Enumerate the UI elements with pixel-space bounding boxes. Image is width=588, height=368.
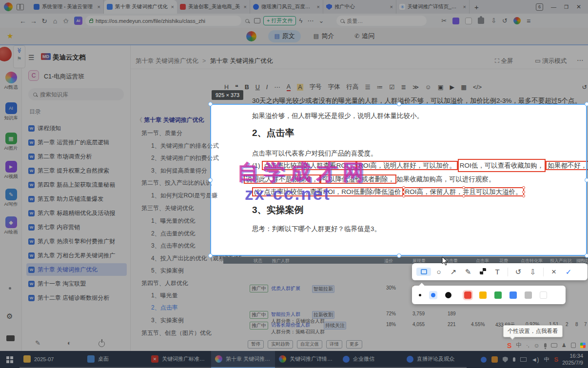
code-icon[interactable]: </> [473,84,482,91]
detail-button[interactable]: 详情 [326,340,342,349]
video-insert-icon[interactable]: ▶ [450,83,455,91]
stroke-small-dot[interactable] [419,294,421,296]
ellipse-tool[interactable]: ○ [431,268,446,276]
taskbar-clock[interactable]: 16:34 2025/7/9 [562,351,588,368]
pause-button[interactable]: 暂停 [248,340,264,349]
indent-icon[interactable]: ≫ [412,83,419,91]
download-icon[interactable]: ⇩ [491,17,496,24]
page-search-field[interactable] [336,16,427,26]
bold-icon[interactable]: B [245,84,249,91]
start-button[interactable] [0,351,20,368]
taskbar-item-spreadsheet[interactable]: ✕ 关键词推广标准计... [147,351,211,368]
sidebar-chapter[interactable]: W第九章 万相台无界关键词推广 [26,249,127,262]
browser-menu-logo-icon[interactable] [513,17,521,24]
annotation-handle[interactable] [522,191,525,194]
rectangle-tool[interactable] [416,268,431,276]
chevron-down-icon[interactable]: ⌄ [318,17,324,24]
color-blue[interactable] [510,291,517,299]
taskbar-item-chapter10[interactable]: 第十章 关键词推广... [211,351,275,368]
audience-name[interactable]: 访客长期价值人群 [271,322,310,329]
toc-item[interactable]: 1、关键词推广的排名公式 [151,142,219,150]
annotation-rect[interactable]: ROI低，可以查看收藏加购， [458,159,546,172]
sidebar-chapter[interactable]: W第六章 标题精细优化及活动报 [26,207,127,219]
underline-icon[interactable]: U [255,84,260,91]
selection-handle[interactable] [585,253,588,258]
toc-item[interactable]: 3、如何提高质量得分 [151,167,207,175]
tab-baidu-search[interactable]: 微瑶澳门风云_百度搜索 × [250,0,323,14]
rail-settings-gear-icon[interactable]: ⚙ [6,312,13,321]
font-size-dropdown[interactable]: 字号 [310,83,322,91]
image-tool-icon[interactable] [254,18,260,23]
annotation-handle[interactable] [462,186,465,189]
toc-item[interactable]: 第一节、质量分 [141,129,182,137]
sidebar-chapter[interactable]: W第八章 热浪引擎和付费推广财 [26,235,127,248]
table-insert-icon[interactable]: ▦ [461,83,467,91]
ime-skin-grid-icon[interactable] [580,343,586,348]
taskbar-item-desktop[interactable]: 桌面 [83,351,147,368]
breadcrumb-parent[interactable]: 第十章 关键词推广优化 [136,58,198,64]
taskbar-item-wecom[interactable]: 企业微信 [339,351,403,368]
tray-display-icon[interactable] [520,357,527,362]
fullscreen-button[interactable]: ⛶ 全屏 [495,57,513,65]
tray-mic-icon[interactable] [513,357,515,362]
rail-item-ai-writing[interactable]: ✎ AI写作 [0,189,22,208]
annotation-handle[interactable] [402,194,405,197]
italic-icon[interactable]: I [266,84,268,91]
sidebar-chapter-active[interactable]: W第十章 关键词推广优化 [26,263,127,276]
undo-icon[interactable]: ↺ [582,83,587,91]
workspace-avatar[interactable]: C [28,70,39,81]
toc-title[interactable]: 《 第十章 关键词推广优化 [137,116,204,124]
more-button[interactable]: 更多 [346,340,362,349]
taskbar-item-live-comments[interactable]: 直播评论及观众 [403,351,467,368]
tab-close-icon[interactable]: × [244,4,247,10]
color-gray[interactable] [525,291,532,299]
ime-mic-icon[interactable] [544,343,547,348]
rail-item-ai-video[interactable]: ▶ AI视频 [0,161,22,180]
scissors-icon[interactable]: ✂ [441,17,447,24]
bookmark-star-icon[interactable]: ★ [7,32,13,40]
tab-system-admin[interactable]: 系统管理 - 美迪云管理 × [31,0,104,14]
rail-toolbox-icon[interactable] [6,335,15,341]
new-tab-button[interactable]: + [474,3,479,11]
rail-item-ai-picks[interactable]: AI甄选 [0,72,22,91]
rail-item-knowledge-base[interactable]: AI 知识库 [0,102,22,121]
ime-punct-icon[interactable]: ·, [526,343,529,348]
close-window-button[interactable]: ✕ [576,3,581,10]
sidebar-chapter[interactable]: W第十二章 店铺诊断数据分析 [26,291,127,304]
collect-icon[interactable]: ✩ [60,17,71,25]
stroke-large-dot[interactable] [445,292,451,298]
tray-ime-lang[interactable]: 中 [544,356,549,363]
sidebar-chapter[interactable]: W第四章 新品上架获取流量秘籍 [26,178,127,191]
realtime-trend-button[interactable]: 实时趋势 [268,340,293,349]
toc-item[interactable]: 2、点击量的优化 [151,230,196,238]
menu-icon[interactable]: ≡ [527,17,530,25]
undo-tool[interactable]: ↺ [511,268,526,276]
selection-handle[interactable] [397,102,401,106]
download-tool[interactable]: ⇩ [526,268,540,276]
open-file-button[interactable]: + 打开文件 [263,16,296,25]
tray-wecom-icon[interactable] [481,357,487,363]
theme-toggle-icon[interactable]: ◐ [67,339,71,347]
image-insert-icon[interactable]: ▣ [438,83,444,91]
split-view-icon[interactable] [17,4,24,10]
sidebar-chapter[interactable]: W第二章 市场调查分析 [26,150,127,163]
mosaic-tool[interactable] [475,268,490,276]
tab-close-icon[interactable]: × [463,4,466,10]
tab-chapter10[interactable]: 第十章 关键词推广优化 × [104,0,177,14]
arrow-tool[interactable]: ↗ [446,268,461,276]
tab-close-icon[interactable]: × [98,4,100,10]
selection-handle[interactable] [585,178,588,182]
toc-item-active[interactable]: 2、点击率 [151,304,178,312]
more-format-icon[interactable]: ⋯ [274,83,280,91]
color-green[interactable] [494,291,502,299]
power-icon[interactable] [98,340,105,349]
heading-icon[interactable]: H [224,84,229,91]
present-mode-button[interactable]: ▭ 演示模式 [535,57,567,65]
ime-person-icon[interactable]: ♟ [562,342,567,349]
tab-counter-badge[interactable]: 6 [536,3,543,11]
stroke-medium-dot-selected[interactable] [429,291,437,299]
toc-item[interactable]: 1、曝光量 [151,291,178,300]
tray-speaker-icon[interactable]: ◄) [531,356,539,363]
sidebar-chapter[interactable]: W第一章 运营推广的底层逻辑 [26,136,127,149]
forward-button[interactable]: → [28,17,39,25]
